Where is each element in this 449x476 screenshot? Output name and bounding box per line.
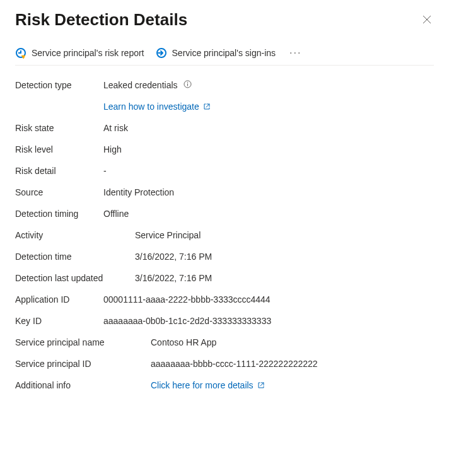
page-title: Risk Detection Details [15, 10, 187, 30]
additional-info-row: Additional info Click here for more deta… [15, 374, 434, 396]
detection-last-updated-value: 3/16/2022, 7:16 PM [135, 273, 212, 283]
detection-last-updated-label: Detection last updated [15, 273, 135, 283]
activity-value: Service Principal [135, 230, 201, 240]
risk-report-icon [15, 47, 26, 59]
risk-state-value: At risk [103, 123, 128, 133]
application-id-row: Application ID 00001111-aaaa-2222-bbbb-3… [15, 289, 434, 310]
risk-report-button[interactable]: Service principal's risk report [15, 47, 144, 59]
risk-level-value: High [103, 144, 122, 154]
sign-ins-icon [156, 47, 167, 59]
svg-point-8 [187, 82, 188, 83]
detection-time-label: Detection time [15, 252, 135, 262]
risk-level-row: Risk level High [15, 139, 434, 160]
sp-id-row: Service principal ID aaaaaaaa-bbbb-cccc-… [15, 353, 434, 374]
additional-info-label: Additional info [15, 380, 151, 390]
activity-row: Activity Service Principal [15, 224, 434, 246]
detection-timing-row: Detection timing Offline [15, 203, 434, 224]
more-icon[interactable]: ··· [289, 47, 301, 59]
key-id-row: Key ID aaaaaaaa-0b0b-1c1c-2d2d-333333333… [15, 310, 434, 332]
external-link-icon [203, 103, 211, 110]
source-row: Source Identity Protection [15, 182, 434, 203]
sp-name-label: Service principal name [15, 337, 151, 347]
risk-detail-row: Risk detail - [15, 160, 434, 182]
risk-state-label: Risk state [15, 123, 103, 133]
detection-time-row: Detection time 3/16/2022, 7:16 PM [15, 246, 434, 267]
risk-level-label: Risk level [15, 144, 103, 154]
risk-detail-value: - [103, 166, 107, 176]
key-id-label: Key ID [15, 316, 103, 326]
detection-timing-value: Offline [103, 209, 129, 219]
external-link-icon [257, 381, 265, 389]
details-panel: Detection type Leaked credentials Learn … [15, 74, 434, 396]
risk-report-label: Service principal's risk report [32, 48, 144, 58]
application-id-label: Application ID [15, 294, 103, 305]
detection-type-value: Leaked credentials [103, 80, 192, 90]
activity-label: Activity [15, 230, 135, 240]
sp-name-row: Service principal name Contoso HR App [15, 332, 434, 353]
sp-id-label: Service principal ID [15, 359, 151, 369]
sp-id-value: aaaaaaaa-bbbb-cccc-1111-222222222222 [151, 359, 318, 369]
detection-time-value: 3/16/2022, 7:16 PM [135, 252, 212, 262]
detection-type-label: Detection type [15, 80, 103, 90]
detection-last-updated-row: Detection last updated 3/16/2022, 7:16 P… [15, 267, 434, 289]
source-label: Source [15, 187, 103, 197]
risk-detail-label: Risk detail [15, 166, 103, 176]
application-id-value: 00001111-aaaa-2222-bbbb-3333cccc4444 [103, 294, 271, 305]
source-value: Identity Protection [103, 187, 174, 197]
sign-ins-label: Service principal's sign-ins [172, 48, 276, 58]
info-icon[interactable] [184, 80, 192, 88]
learn-how-link[interactable]: Learn how to investigate [103, 102, 211, 112]
sp-name-value: Contoso HR App [151, 337, 216, 347]
learn-link-row: Learn how to investigate [15, 96, 434, 117]
sign-ins-button[interactable]: Service principal's sign-ins [156, 47, 276, 59]
additional-info-link[interactable]: Click here for more details [151, 380, 265, 390]
key-id-value: aaaaaaaa-0b0b-1c1c-2d2d-333333333333 [103, 316, 271, 326]
toolbar: Service principal's risk report Service … [15, 47, 434, 66]
close-icon[interactable] [420, 13, 434, 26]
detection-type-row: Detection type Leaked credentials [15, 74, 434, 96]
detection-timing-label: Detection timing [15, 209, 103, 219]
risk-state-row: Risk state At risk [15, 117, 434, 139]
